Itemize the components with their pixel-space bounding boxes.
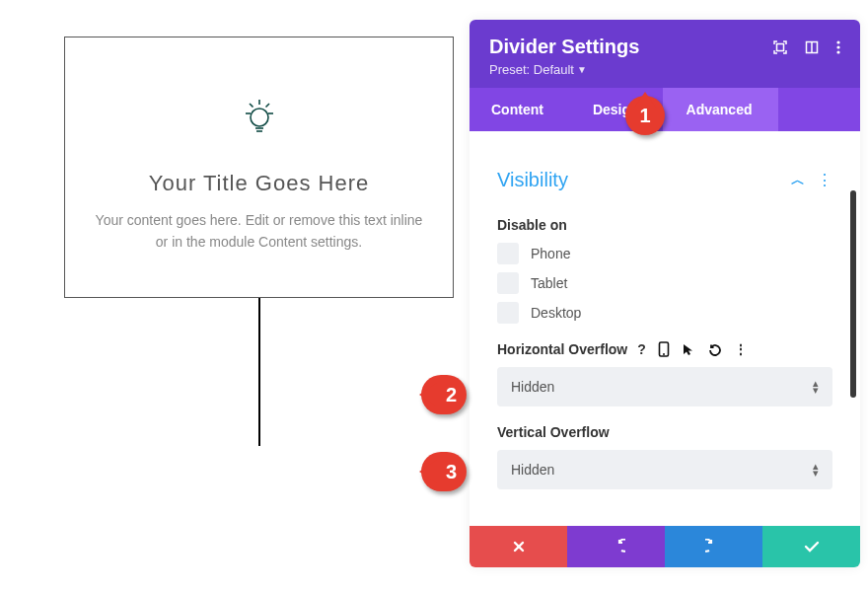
expand-icon[interactable]: [773, 40, 787, 54]
svg-rect-8: [777, 43, 784, 50]
preview-title[interactable]: Your Title Goes Here: [85, 171, 433, 196]
checkbox-icon: [497, 302, 519, 324]
kebab-icon[interactable]: [836, 40, 840, 54]
undo-button[interactable]: [567, 526, 665, 567]
lightbulb-icon: [236, 92, 283, 143]
callout-3: 3: [421, 452, 467, 491]
select-arrows-icon: ▴▾: [813, 380, 819, 393]
panel-header: Divider Settings Preset: Default ▼: [470, 20, 860, 88]
redo-button[interactable]: [665, 526, 762, 567]
columns-icon[interactable]: [805, 40, 819, 54]
callout-1: 1: [625, 96, 665, 135]
section-visibility-title: Visibility: [497, 169, 568, 191]
panel-body: Visibility ︿ ⋮ Disable on Phone Tablet D…: [470, 131, 860, 526]
checkbox-icon: [497, 272, 519, 294]
reset-icon[interactable]: [707, 342, 722, 357]
checkbox-tablet-label: Tablet: [531, 275, 567, 291]
horizontal-overflow-label: Horizontal Overflow ? ⋮: [497, 341, 832, 357]
help-icon[interactable]: ?: [637, 341, 646, 357]
chevron-up-icon[interactable]: ︿: [791, 172, 805, 189]
preset-label: Preset: Default: [489, 62, 574, 77]
section-kebab-icon[interactable]: ⋮: [817, 171, 832, 189]
checkbox-desktop[interactable]: Desktop: [497, 302, 832, 324]
preview-text[interactable]: Your content goes here. Edit or remove t…: [92, 210, 427, 253]
preview-stem: [258, 298, 260, 446]
scrollbar[interactable]: [850, 190, 856, 398]
checkbox-icon: [497, 243, 519, 264]
select-arrows-icon: ▴▾: [813, 463, 819, 476]
svg-line-5: [265, 104, 269, 108]
settings-panel: Divider Settings Preset: Default ▼ Conte…: [470, 20, 860, 567]
cancel-button[interactable]: [470, 526, 567, 567]
section-visibility-head[interactable]: Visibility ︿ ⋮: [497, 159, 832, 199]
save-button[interactable]: [762, 526, 860, 567]
vertical-overflow-label: Vertical Overflow: [497, 424, 832, 440]
panel-tabs: Content Design Advanced: [470, 88, 860, 131]
preset-dropdown[interactable]: Preset: Default ▼: [489, 62, 587, 77]
panel-footer: [470, 526, 860, 567]
svg-point-12: [836, 45, 839, 48]
panel-title: Divider Settings: [489, 36, 639, 58]
svg-point-13: [836, 50, 839, 53]
vertical-overflow-value: Hidden: [511, 462, 554, 478]
svg-point-11: [836, 40, 839, 43]
preview-box[interactable]: Your Title Goes Here Your content goes h…: [64, 37, 454, 298]
callout-2: 2: [421, 375, 467, 414]
checkbox-phone-label: Phone: [531, 246, 570, 261]
svg-point-0: [251, 109, 268, 126]
horizontal-overflow-select[interactable]: Hidden ▴▾: [497, 367, 832, 406]
field-kebab-icon[interactable]: ⋮: [734, 341, 748, 357]
horizontal-overflow-value: Hidden: [511, 379, 554, 395]
hover-icon[interactable]: [682, 342, 695, 356]
disable-on-label: Disable on: [497, 217, 832, 233]
tab-content[interactable]: Content: [470, 88, 569, 131]
checkbox-tablet[interactable]: Tablet: [497, 272, 832, 294]
tab-advanced[interactable]: Advanced: [663, 88, 778, 131]
svg-line-4: [250, 104, 253, 108]
phone-icon[interactable]: [658, 341, 670, 357]
checkbox-phone[interactable]: Phone: [497, 243, 832, 264]
checkbox-desktop-label: Desktop: [531, 305, 581, 321]
module-preview: Your Title Goes Here Your content goes h…: [64, 37, 454, 446]
caret-down-icon: ▼: [577, 64, 587, 75]
vertical-overflow-select[interactable]: Hidden ▴▾: [497, 450, 832, 489]
